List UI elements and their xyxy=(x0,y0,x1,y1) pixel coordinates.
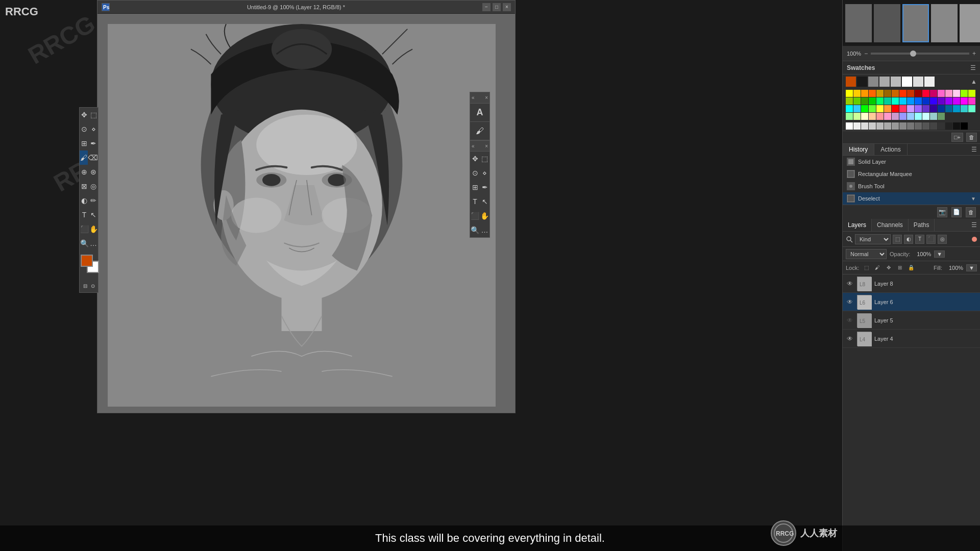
sc-31[interactable] xyxy=(945,97,952,105)
history-item-4[interactable]: Deselect ▼ xyxy=(843,192,980,205)
lock-pixels-btn[interactable]: 🖌 xyxy=(873,264,881,272)
filter-type-btn[interactable]: T xyxy=(915,235,924,244)
swatches-scroll-up[interactable]: ▲ xyxy=(971,78,977,85)
shape-tool[interactable]: ⬛ xyxy=(80,222,89,236)
sc-g4[interactable] xyxy=(869,122,876,130)
crop-tool[interactable]: ⊞ xyxy=(80,136,89,151)
sc-4[interactable] xyxy=(869,90,876,97)
sc-26[interactable] xyxy=(907,97,914,105)
sc-51[interactable] xyxy=(968,105,975,112)
sc-53[interactable] xyxy=(853,113,861,120)
sc-24[interactable] xyxy=(892,97,899,105)
lasso-alt-tool[interactable]: ⊙ xyxy=(470,166,480,180)
sc-61[interactable] xyxy=(915,113,922,120)
lock-transparency-btn[interactable]: ⬚ xyxy=(862,264,870,272)
sc-57[interactable] xyxy=(884,113,891,120)
sc-13[interactable] xyxy=(938,90,945,97)
swatch-white[interactable] xyxy=(902,77,912,87)
sc-12[interactable] xyxy=(930,90,937,97)
channels-tab[interactable]: Channels xyxy=(872,219,909,231)
history-new-document[interactable]: 📄 xyxy=(951,207,962,217)
sc-3[interactable] xyxy=(861,90,868,97)
sc-14[interactable] xyxy=(945,90,952,97)
arrow-alt-tool[interactable]: ↖ xyxy=(480,194,489,209)
sc-22[interactable] xyxy=(876,97,884,105)
lock-position-btn[interactable]: ✥ xyxy=(885,264,893,272)
dodge-tool[interactable]: ◐ xyxy=(80,193,89,208)
actions-tab[interactable]: Actions xyxy=(874,144,907,155)
sc-g10[interactable] xyxy=(915,122,922,130)
layer-eye-5[interactable]: 👁 xyxy=(846,316,854,324)
panel-close-icon-1[interactable]: × xyxy=(485,95,488,101)
sc-g12[interactable] xyxy=(930,122,937,130)
sc-28[interactable] xyxy=(922,97,929,105)
path-select-tool[interactable]: ↖ xyxy=(89,208,98,222)
zoom-tool-btn[interactable]: 🔍 xyxy=(80,236,89,251)
delete-swatch-button[interactable]: 🗑 xyxy=(966,133,977,142)
hand-alt-tool[interactable]: ✋ xyxy=(480,209,489,223)
sc-7[interactable] xyxy=(892,90,899,97)
layer-item-6[interactable]: 👁 L6 Layer 6 xyxy=(843,293,980,311)
sc-60[interactable] xyxy=(907,113,914,120)
collapse-icon-1[interactable]: « xyxy=(472,95,475,101)
sc-29[interactable] xyxy=(930,97,937,105)
layer-item-5[interactable]: 👁 L5 Layer 5 xyxy=(843,311,980,330)
eraser-tool[interactable]: ⌫ xyxy=(88,151,98,165)
sc-g2[interactable] xyxy=(853,122,861,130)
swatch-lgray1[interactable] xyxy=(913,77,923,87)
layer-item-4[interactable]: 👁 L4 Layer 4 xyxy=(843,330,980,348)
sc-15[interactable] xyxy=(953,90,960,97)
foreground-color-swatch[interactable] xyxy=(81,255,93,267)
sc-g14[interactable] xyxy=(945,122,952,130)
opacity-options-button[interactable]: ▼ xyxy=(934,251,945,258)
sc-19[interactable] xyxy=(853,97,861,105)
sc-36[interactable] xyxy=(853,105,861,112)
sc-g8[interactable] xyxy=(899,122,906,130)
layer-eye-6[interactable]: 👁 xyxy=(846,298,854,306)
maximize-button[interactable]: □ xyxy=(493,3,501,11)
sc-42[interactable] xyxy=(899,105,906,112)
sc-g3[interactable] xyxy=(861,122,868,130)
pen-tool[interactable]: ✏ xyxy=(89,193,98,208)
sc-16[interactable] xyxy=(961,90,968,97)
quick-mask-button[interactable]: ⊙ xyxy=(89,281,96,290)
layer-item-8[interactable]: 👁 L8 Layer 8 xyxy=(843,274,980,293)
zoom-out-button[interactable]: − xyxy=(864,50,868,57)
sc-23[interactable] xyxy=(884,97,891,105)
sc-1[interactable] xyxy=(846,90,853,97)
sc-54[interactable] xyxy=(861,113,868,120)
fill-options-button[interactable]: ▼ xyxy=(966,264,977,271)
sc-g5[interactable] xyxy=(876,122,884,130)
filter-kind-select[interactable]: Kind xyxy=(855,234,891,244)
sc-27[interactable] xyxy=(915,97,922,105)
sc-25[interactable] xyxy=(899,97,906,105)
panel-close-icon-2[interactable]: × xyxy=(485,143,488,149)
magic-wand-tool[interactable]: ⋄ xyxy=(89,122,98,136)
sc-33[interactable] xyxy=(961,97,968,105)
shape-alt-tool[interactable]: ⬛ xyxy=(470,209,480,223)
sc-49[interactable] xyxy=(953,105,960,112)
sc-g13[interactable] xyxy=(938,122,945,130)
clone-tool[interactable]: ⊕ xyxy=(80,165,89,179)
sc-g6[interactable] xyxy=(884,122,891,130)
sc-52[interactable] xyxy=(846,113,853,120)
sc-32[interactable] xyxy=(953,97,960,105)
sc-63[interactable] xyxy=(930,113,937,120)
history-tab[interactable]: History xyxy=(843,144,874,155)
sc-8[interactable] xyxy=(899,90,906,97)
magic-alt-tool[interactable]: ⋄ xyxy=(480,166,489,180)
history-item-2[interactable]: Rectangular Marquee xyxy=(843,168,980,180)
sc-18[interactable] xyxy=(846,97,853,105)
text-alt-tool[interactable]: T xyxy=(470,194,480,209)
zoom-in-button[interactable]: + xyxy=(972,50,976,57)
history-delete[interactable]: 🗑 xyxy=(966,207,976,217)
photo-thumb-5[interactable] xyxy=(960,4,980,42)
filter-pixel-btn[interactable]: ⬚ xyxy=(893,235,902,244)
type-tool[interactable]: T xyxy=(80,208,89,222)
sc-64[interactable] xyxy=(938,113,945,120)
photo-thumb-3[interactable] xyxy=(902,4,929,42)
sc-62[interactable] xyxy=(922,113,929,120)
sc-11[interactable] xyxy=(922,90,929,97)
photo-thumb-4[interactable] xyxy=(931,4,958,42)
sc-2[interactable] xyxy=(853,90,861,97)
